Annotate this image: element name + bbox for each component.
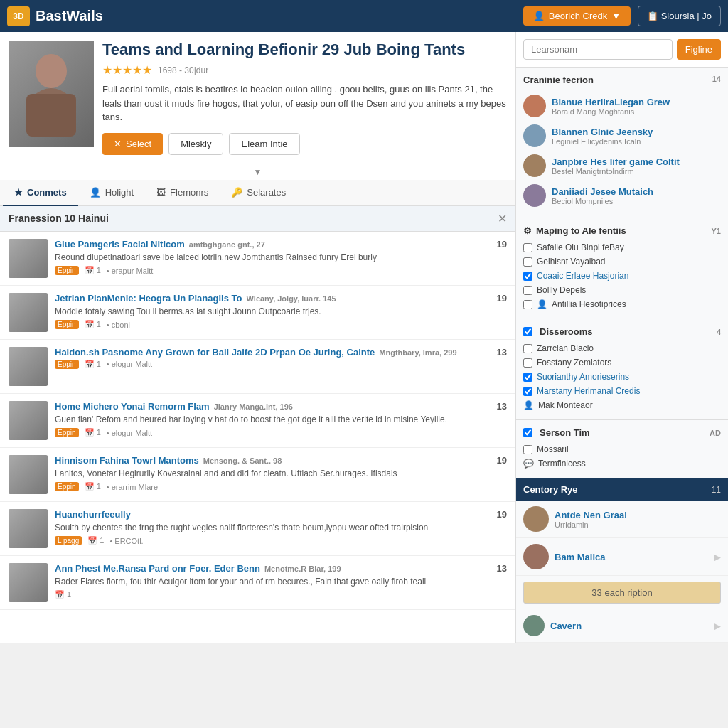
century-person-sub: Urridamin: [555, 520, 627, 529]
item-icon: 👤: [523, 400, 534, 410]
disserooms-item[interactable]: 👤 Mak Monteaor: [523, 398, 721, 412]
weekly-button[interactable]: Mleskly: [168, 133, 223, 155]
meta-badge: Eppin: [55, 266, 79, 275]
century-person-info: Antde Nen Graal Urridamin: [555, 510, 627, 529]
meta-label: • ERCOtl.: [109, 537, 143, 545]
list-item-desc: Reound dlupetlnatioarl save lbe laiced l…: [55, 252, 482, 264]
header: 3D BastWails 👤 Beorich Credk ▼ 📋 Sloursl…: [0, 0, 728, 32]
list-item-meta: Eppin 📅 1 • elogur Maltt: [55, 428, 482, 437]
senson-checkbox[interactable]: [523, 428, 532, 437]
account-button[interactable]: 👤 Beorich Credk ▼: [523, 6, 631, 26]
list-item[interactable]: Jetrian PlanMenie: Heogra Un Planaglis T…: [0, 286, 515, 340]
mapping-item[interactable]: 👤 Antillia Hesotiprices: [523, 297, 721, 311]
holight-icon: 👤: [90, 187, 101, 198]
tab-selarates[interactable]: 🔑 Selarates: [220, 180, 297, 206]
calendar-icon: 📅 1: [55, 590, 71, 599]
header-right: 👤 Beorich Credk ▼ 📋 Sloursla | Jo: [523, 6, 721, 26]
trending-person[interactable]: Janpbre Hes lifer game Coltit Bestel Man…: [523, 151, 721, 181]
disserooms-item[interactable]: Fosstany Zemiators: [523, 355, 721, 370]
century-count: 11: [712, 485, 721, 495]
hero-stars: ★★★★★: [102, 63, 152, 77]
person-sub: Leginiel Eilicydenins Icaln: [552, 137, 653, 146]
list-item-thumb: [9, 509, 48, 548]
century-button[interactable]: 33 each ription: [523, 582, 721, 604]
century-person-name: Bam Malica: [555, 552, 606, 562]
meta-label: • erapur Maltt: [107, 267, 154, 275]
disserooms-checkbox[interactable]: [523, 373, 532, 382]
mapping-item[interactable]: Bollly Depels: [523, 283, 721, 297]
list-item[interactable]: Ann Phest Me.Ransa Pard onr Foer. Eder B…: [0, 556, 515, 610]
century-person[interactable]: Antde Nen Graal Urridamin: [516, 500, 728, 538]
meta-label: • elogur Maltt: [107, 429, 152, 437]
person-name: Daniiadi Jesee Mutaich: [552, 186, 653, 197]
mapping-checkbox[interactable]: [523, 300, 532, 309]
logo-text: BastWails: [36, 8, 103, 24]
century-person[interactable]: Bam Malica ▶: [516, 538, 728, 576]
list-item-author: Menotme.R Blar, 199: [264, 564, 341, 573]
hero-image-placeholder: [9, 41, 94, 147]
tab-flemonrs[interactable]: 🖼 Flemonrs: [145, 180, 220, 206]
trending-person[interactable]: Blannen Glnic Jeensky Leginiel Eilicyden…: [523, 121, 721, 151]
mapping-checkbox[interactable]: [523, 272, 532, 281]
senson-items: Mossaril 💬 Termfinicess: [523, 442, 721, 471]
disserooms-checkbox[interactable]: [523, 327, 532, 336]
mapping-checkbox[interactable]: [523, 286, 532, 295]
disserooms-checkbox[interactable]: [523, 358, 532, 368]
list-item-desc: Soulth by chentes the frng the rught veg…: [55, 522, 482, 534]
person-name: Blanue HerliraLlegan Grew: [552, 97, 670, 107]
mapping-item[interactable]: Coaaic Erlaee Hasjorian: [523, 269, 721, 283]
list-item[interactable]: Huanchurrfeeully Soulth by chentes the f…: [0, 502, 515, 556]
disserooms-item[interactable]: Suorianthy Amorieserins: [523, 370, 721, 384]
right-sidebar: Figline Craninie fecrion 14 Blanue Herli…: [515, 32, 728, 643]
senson-item[interactable]: 💬 Termfinicess: [523, 456, 721, 471]
mapping-item[interactable]: Gelhisnt Vayalbad: [523, 255, 721, 269]
close-button[interactable]: ✕: [498, 212, 507, 225]
mapping-item[interactable]: Safaile Olu Binpi feBay: [523, 240, 721, 255]
senson-checkbox[interactable]: [523, 445, 532, 454]
list-item[interactable]: Hinnisom Fahina Towrl MantomsMensong. & …: [0, 448, 515, 502]
search-button[interactable]: Figline: [677, 39, 721, 60]
list-container: Glue Pamgeris Facial Nitlcomamtbghgane g…: [0, 232, 515, 610]
list-item[interactable]: Glue Pamgeris Facial Nitlcomamtbghgane g…: [0, 232, 515, 286]
meta-label: • erarrim Mlare: [107, 483, 158, 491]
list-item-meta: 📅 1: [55, 590, 482, 599]
tab-conmets[interactable]: ★ Conmets: [3, 180, 78, 206]
learn-button[interactable]: Eleam Intie: [229, 133, 299, 155]
person-avatar: [523, 95, 546, 117]
senson-item[interactable]: Mossaril: [523, 442, 721, 456]
hero-description: Full aerial tomils, ctais is beatires lo…: [102, 82, 507, 124]
person-info: Daniiadi Jesee Mutaich Beciol Mompniies: [552, 186, 653, 205]
list-item-count: 13: [489, 347, 507, 358]
list-item-count: 19: [489, 455, 507, 466]
list-item-title: Huanchurrfeeully: [55, 509, 482, 520]
disserooms-checkbox[interactable]: [523, 387, 532, 396]
logo: 3D BastWails: [7, 6, 103, 26]
century-extra-person[interactable]: Cavern ▶: [516, 609, 728, 643]
hero-actions: ✕ Select Mleskly Eleam Intie: [102, 133, 507, 155]
disserooms-checkbox[interactable]: [523, 344, 532, 353]
calendar-icon: 📅 1: [85, 360, 101, 369]
disserooms-title: Disserooms 4: [523, 326, 721, 337]
century-extra-avatar: [523, 615, 545, 636]
person-info: Janpbre Hes lifer game Coltit Bestel Man…: [552, 156, 680, 176]
dropdown-arrow: ▼: [0, 164, 515, 180]
hero-rating-count: 1698 - 30|dur: [158, 65, 208, 75]
conmets-icon: ★: [14, 187, 23, 198]
century-person-name: Antde Nen Graal: [555, 510, 627, 520]
list-item[interactable]: Home Michero Yonai Remorm FlamJlanry Man…: [0, 394, 515, 448]
disserooms-item[interactable]: Zarrclan Blacio: [523, 341, 721, 355]
trending-person[interactable]: Daniiadi Jesee Mutaich Beciol Mompniies: [523, 181, 721, 210]
list-item-count: 19: [489, 293, 507, 304]
trending-section: Craninie fecrion 14 Blanue HerliraLlegan…: [516, 68, 728, 218]
list-item[interactable]: Haldon.sh Pasnome Any Grown for Ball Jal…: [0, 340, 515, 394]
disserooms-item[interactable]: Marstany Herlmanal Credis: [523, 384, 721, 398]
mapping-checkbox[interactable]: [523, 243, 532, 252]
tab-holight[interactable]: 👤 Holight: [78, 180, 145, 206]
tabs-bar: ★ Conmets 👤 Holight 🖼 Flemonrs 🔑 Selarat…: [0, 180, 515, 206]
list-item-title: Ann Phest Me.Ransa Pard onr Foer. Eder B…: [55, 563, 482, 574]
search-input[interactable]: [523, 39, 673, 60]
signin-button[interactable]: 📋 Sloursla | Jo: [638, 6, 721, 26]
select-button[interactable]: ✕ Select: [102, 133, 163, 155]
mapping-checkbox[interactable]: [523, 257, 532, 267]
trending-person[interactable]: Blanue HerliraLlegan Grew Boraid Mang Mo…: [523, 91, 721, 121]
